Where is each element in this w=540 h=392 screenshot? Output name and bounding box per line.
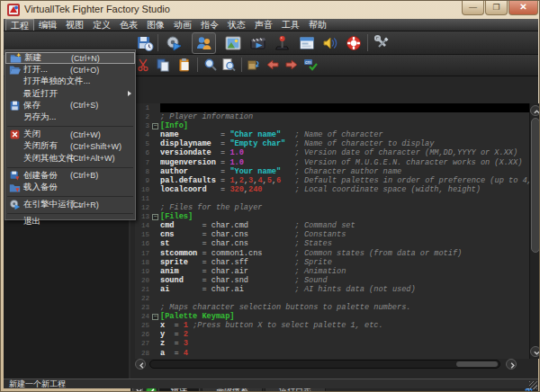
code-line-11[interactable]: 11 [135, 194, 529, 203]
fold-marker-icon[interactable]: − [149, 312, 160, 321]
menu-item-5[interactable]: 保存(Ctrl+S) [5, 100, 135, 111]
code-line-22[interactable]: 22 [135, 294, 529, 303]
animation-icon[interactable] [249, 34, 267, 52]
menu-item-3[interactable]: 打开单独的文件... [5, 76, 135, 87]
code-line-10[interactable]: 10localcoord = 320,240 ; Local coordinat… [135, 185, 529, 194]
stage-image-icon[interactable] [224, 34, 242, 52]
menubar-item-9[interactable]: 状态 [223, 19, 250, 31]
back-arrow-icon[interactable] [266, 58, 280, 72]
code-line-23[interactable]: 23; Maps character selection buttons to … [135, 303, 529, 312]
menu-item-6[interactable]: 另存为... [5, 111, 135, 123]
code-line-8[interactable]: 8author = "Your name" ; Character author… [135, 167, 529, 176]
scroll-up-button[interactable] [530, 105, 540, 116]
copy-icon[interactable] [156, 58, 170, 72]
code-line-14[interactable]: 14cmd = char.cmd ; Command set [135, 221, 529, 230]
fold-marker-icon[interactable]: − [149, 121, 160, 130]
sounds-speaker-icon[interactable] [321, 34, 339, 52]
replace-icon[interactable] [247, 58, 261, 72]
toolbar-separator [158, 34, 158, 51]
horizontal-scrollbar[interactable] [135, 359, 529, 370]
search-icon[interactable] [203, 58, 218, 72]
menu-item-label: 创建备份 [23, 170, 58, 182]
code-line-25[interactable]: 25x = 1 ;Press button X to select palett… [135, 321, 529, 330]
menubar-item-10[interactable]: 声音 [250, 19, 277, 31]
menubar-item-11[interactable]: 工具 [277, 19, 304, 31]
vertical-scrollbar[interactable] [529, 103, 540, 359]
code-line-21[interactable]: 21ai = char.ai ; AI hints data (not used… [135, 285, 529, 294]
run-project-icon[interactable] [165, 34, 183, 52]
code-line-5[interactable]: 5displayname = "Empty char" ; Name of ch… [135, 139, 529, 148]
code-line-27[interactable]: 27z = 3 [135, 339, 529, 348]
code-line-20[interactable]: 20sound = char.snd ; Sound [135, 276, 529, 285]
commands-joystick-icon[interactable] [274, 34, 292, 52]
maximize-button[interactable]: ❐ [485, 1, 508, 15]
code-line-18[interactable]: 18sprite = char.sff ; Sprite [135, 258, 529, 267]
menu-item-17[interactable]: 退出 [5, 216, 135, 227]
menubar-item-8[interactable]: 指令 [196, 19, 223, 31]
code-line-28[interactable]: 28a = 4 [135, 349, 529, 358]
fold-gutter [149, 176, 160, 185]
code-line-13[interactable]: 13−[Files] [135, 212, 529, 221]
menu-item-15[interactable]: 在引擎中运行...(Ctrl+R) [5, 199, 135, 210]
backup-disk-icon[interactable] [136, 34, 154, 52]
menubar-item-12[interactable]: 帮助 [304, 19, 331, 31]
menubar-item-7[interactable]: 动画 [169, 19, 196, 31]
scroll-right-button[interactable] [506, 359, 517, 370]
menubar-item-2[interactable]: 编辑 [34, 19, 61, 31]
fold-marker-icon[interactable]: − [149, 212, 160, 221]
menubar-item-5[interactable]: 色表 [115, 19, 142, 31]
code-line-26[interactable]: 26y = 2 [135, 330, 529, 339]
code-text: displayname = "Empty char" ; Name of cha… [160, 139, 529, 148]
characters-icon[interactable] [195, 34, 213, 52]
code-line-6[interactable]: 6versiondate = 1.0 ; Version date of cha… [135, 148, 529, 157]
code-line-7[interactable]: 7mugenversion = 1.0 ; Version of M.U.G.E… [135, 158, 529, 167]
code-text: sound = char.snd ; Sound [160, 276, 529, 285]
code-line-4[interactable]: 4name = "Char name" ; Name of character [135, 130, 529, 139]
line-number: 15 [135, 230, 149, 239]
minimize-button[interactable]: — [462, 1, 484, 15]
menubar-item-4[interactable]: 定义 [88, 19, 115, 31]
code-line-24[interactable]: 24−[Palette Keymap] [135, 312, 529, 321]
menubar-item-3[interactable]: 视图 [61, 19, 88, 31]
code-text: ; Player information [160, 112, 529, 121]
menu-item-label: 打开... [23, 64, 48, 76]
resize-grip[interactable] [529, 381, 537, 389]
menu-item-9[interactable]: 关闭所有(Ctrl+Shift+W) [5, 140, 135, 152]
menu-item-13[interactable]: 载入备份 [5, 182, 135, 193]
menu-item-1[interactable]: 新建(Ctrl+N) [5, 52, 135, 64]
line-number: 14 [135, 221, 149, 230]
syntax-check-icon[interactable]: cm [303, 58, 318, 72]
code-line-9[interactable]: 9pal.defaults = 1,2,3,4,5,6 ; Default pa… [135, 176, 529, 185]
close-button[interactable]: ✕ [508, 1, 538, 15]
vertical-scrollbar-thumb[interactable] [531, 118, 540, 253]
paste-icon[interactable] [177, 58, 192, 72]
code-line-2[interactable]: 2; Player information [135, 112, 529, 121]
forward-arrow-icon[interactable] [284, 58, 299, 72]
scroll-left-button[interactable] [135, 359, 146, 370]
help-lifebuoy-icon[interactable] [345, 34, 363, 52]
code-line-12[interactable]: 12; Files for the player [135, 203, 529, 212]
menu-item-10[interactable]: 关闭其他文件(Ctrl+Alt+W) [5, 153, 135, 165]
code-line-19[interactable]: 19anim = char.air ; Animation [135, 267, 529, 276]
menu-item-2[interactable]: 打开...(Ctrl+O) [5, 64, 135, 76]
states-window-icon[interactable] [298, 34, 316, 52]
horizontal-scrollbar-track[interactable] [149, 360, 500, 369]
menubar-item-1[interactable]: 工程 [5, 19, 34, 31]
menu-item-4[interactable]: 最近打开 [5, 88, 135, 100]
menu-item-8[interactable]: 关闭(Ctrl+W) [5, 129, 135, 140]
code-editor[interactable]: 12; Player information3−[Info]4name = "C… [135, 103, 529, 359]
line-number: 22 [135, 294, 149, 303]
code-text: localcoord = 320,240 ; Local coordinate … [160, 185, 529, 194]
code-line-3[interactable]: 3−[Info] [135, 121, 529, 130]
code-line-1[interactable]: 1 [135, 103, 529, 112]
menubar-item-6[interactable]: 图像 [142, 19, 169, 31]
code-line-15[interactable]: 15cns = char.cns ; Constants [135, 230, 529, 239]
tools-icon[interactable] [374, 34, 392, 52]
scroll-down-button[interactable] [530, 346, 540, 357]
code-line-17[interactable]: 17stcommon = common1.cns ; Common states… [135, 249, 529, 258]
code-line-16[interactable]: 16st = char.cns ; States [135, 239, 529, 248]
search-in-files-icon[interactable] [221, 58, 236, 72]
menu-item-12[interactable]: 创建备份(Ctrl+B) [5, 170, 135, 182]
cut-icon[interactable] [136, 58, 150, 72]
horizontal-scrollbar-thumb[interactable] [456, 361, 498, 367]
